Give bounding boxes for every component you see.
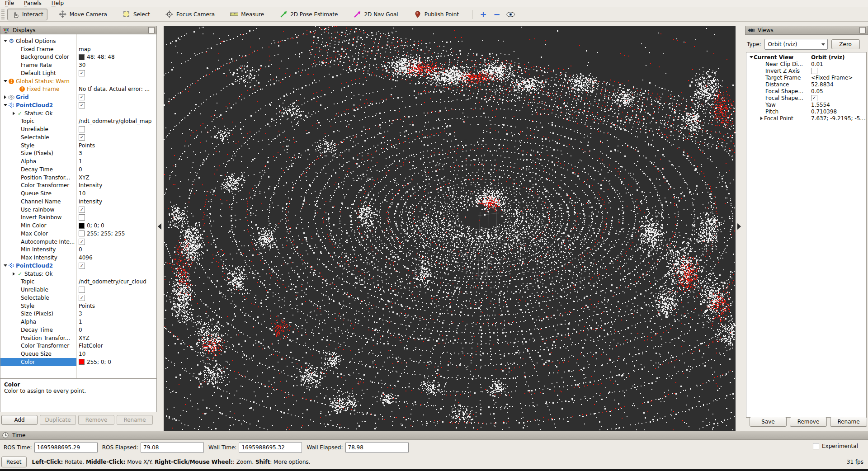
- property-value[interactable]: 0: [76, 246, 156, 254]
- expander-open-icon[interactable]: [3, 104, 8, 106]
- tree-row-default-light[interactable]: Default Light✓: [0, 69, 156, 77]
- tree-row-color-transformer[interactable]: Color TransformerIntensity: [0, 182, 156, 190]
- zoom-out-icon[interactable]: −: [491, 9, 502, 20]
- tree-row-current-view[interactable]: Current ViewOrbit (rviz): [746, 54, 866, 61]
- tree-row-invert-z-axis[interactable]: Invert Z Axis: [746, 67, 866, 74]
- tree-row-distance[interactable]: Distance52.8834: [746, 81, 866, 88]
- zoom-in-icon[interactable]: +: [478, 9, 489, 20]
- property-value[interactable]: 0.05: [809, 88, 866, 94]
- checkbox-checked[interactable]: ✓: [79, 263, 85, 269]
- checkbox-checked[interactable]: ✓: [79, 70, 85, 76]
- tree-row-position-transfor-[interactable]: Position Transfor...XYZ: [0, 174, 156, 182]
- checkbox-checked[interactable]: ✓: [79, 239, 85, 245]
- tree-row-unreliable[interactable]: Unreliable: [0, 125, 156, 133]
- tree-row-focal-point[interactable]: Focal Point7.637; -9.2195; -5....: [746, 115, 866, 122]
- tool-2d-pose-estimate[interactable]: 2D Pose Estimate: [275, 9, 342, 20]
- expander-closed-icon[interactable]: [11, 112, 16, 115]
- checkbox-unchecked[interactable]: [79, 214, 85, 221]
- property-value[interactable]: 0.710398: [809, 108, 866, 115]
- tree-row-use-rainbow[interactable]: Use rainbow✓: [0, 206, 156, 214]
- displays-panel-float-button[interactable]: [148, 27, 155, 33]
- tree-row-min-intensity[interactable]: Min Intensity0: [0, 246, 156, 254]
- property-value[interactable]: 0: [76, 165, 156, 174]
- property-value[interactable]: [76, 125, 156, 133]
- toolbar-grip[interactable]: [1, 9, 5, 19]
- property-value[interactable]: 0: [76, 326, 156, 334]
- color-swatch[interactable]: [79, 359, 85, 365]
- property-value[interactable]: 30: [76, 61, 156, 69]
- tool-publish-point[interactable]: Publish Point: [410, 9, 463, 20]
- property-value[interactable]: 48; 48; 48: [76, 53, 156, 61]
- tree-row-global-options[interactable]: ⚙Global Options: [0, 37, 156, 45]
- property-value[interactable]: ✓: [76, 206, 156, 214]
- tree-row-selectable[interactable]: Selectable✓: [0, 294, 156, 302]
- tree-row-autocompute-inte-[interactable]: Autocompute Inte...✓: [0, 238, 156, 246]
- property-value[interactable]: ✓: [76, 69, 156, 77]
- tree-row-pointcloud2[interactable]: PointCloud2✓: [0, 101, 156, 109]
- tree-row-frame-rate[interactable]: Frame Rate30: [0, 61, 156, 69]
- menu-item-file[interactable]: File: [0, 0, 19, 7]
- checkbox-checked[interactable]: ✓: [79, 102, 85, 108]
- tree-row-size-pixels-[interactable]: Size (Pixels)3: [0, 310, 156, 318]
- expander-open-icon[interactable]: [3, 80, 8, 82]
- time-field-input[interactable]: 1695988695.32: [239, 442, 302, 453]
- expander-open-icon[interactable]: [3, 264, 8, 267]
- property-value[interactable]: [76, 270, 156, 278]
- experimental-checkbox[interactable]: [813, 443, 819, 449]
- property-value[interactable]: 1: [76, 157, 156, 165]
- tree-row-status-ok[interactable]: ✓Status: Ok: [0, 270, 156, 278]
- tree-row-grid[interactable]: Grid✓: [0, 93, 156, 101]
- checkbox-unchecked[interactable]: [811, 68, 817, 74]
- time-field-input[interactable]: 1695988695.29: [34, 442, 98, 453]
- property-value[interactable]: Points: [76, 302, 156, 310]
- checkbox-checked[interactable]: ✓: [79, 94, 85, 100]
- property-value[interactable]: /ndt_odometry/global_map: [76, 118, 156, 126]
- tree-row-fixed-frame[interactable]: !Fixed FrameNo tf data. Actual error: ..…: [0, 85, 156, 94]
- property-value[interactable]: [809, 67, 866, 74]
- tool-interact[interactable]: Interact: [7, 9, 47, 20]
- property-value[interactable]: ✓: [76, 262, 156, 270]
- expander-closed-icon[interactable]: [11, 272, 16, 276]
- menu-item-help[interactable]: Help: [47, 0, 69, 7]
- tree-row-channel-name[interactable]: Channel Nameintensity: [0, 198, 156, 206]
- pointcloud-canvas[interactable]: [164, 26, 736, 431]
- checkbox-unchecked[interactable]: [79, 287, 85, 293]
- property-value[interactable]: Orbit (rviz): [809, 54, 866, 61]
- property-value[interactable]: ✓: [76, 294, 156, 302]
- property-value[interactable]: XYZ: [76, 174, 156, 182]
- tree-row-background-color[interactable]: Background Color48; 48; 48: [0, 53, 156, 61]
- property-value[interactable]: ✓: [76, 93, 156, 101]
- remove-button[interactable]: Remove: [790, 417, 827, 427]
- property-value[interactable]: 1.5554: [809, 101, 866, 108]
- property-value[interactable]: [76, 214, 156, 222]
- view-type-dropdown[interactable]: Orbit (rviz): [764, 39, 828, 50]
- property-value[interactable]: XYZ: [76, 334, 156, 342]
- property-value[interactable]: map: [76, 45, 156, 53]
- property-value[interactable]: 4096: [76, 254, 156, 262]
- tree-row-fixed-frame[interactable]: Fixed Framemap: [0, 45, 156, 53]
- time-field-input[interactable]: 78.98: [345, 442, 409, 453]
- checkbox-checked[interactable]: ✓: [811, 95, 817, 101]
- property-value[interactable]: Intensity: [76, 182, 156, 190]
- tree-row-position-transfor-[interactable]: Position Transfor...XYZ: [0, 334, 156, 342]
- add-button[interactable]: Add: [1, 415, 38, 425]
- tree-row-size-pixels-[interactable]: Size (Pixels)3: [0, 150, 156, 158]
- checkbox-unchecked[interactable]: [79, 126, 85, 132]
- reset-button[interactable]: Reset: [1, 457, 27, 467]
- property-value[interactable]: [76, 37, 156, 45]
- tree-row-decay-time[interactable]: Decay Time0: [0, 165, 156, 174]
- tree-row-style[interactable]: StylePoints: [0, 302, 156, 310]
- tree-row-target-frame[interactable]: Target Frame<Fixed Frame>: [746, 74, 866, 81]
- tree-row-color-transformer[interactable]: Color TransformerFlatColor: [0, 342, 156, 350]
- tree-row-decay-time[interactable]: Decay Time0: [0, 326, 156, 334]
- property-value[interactable]: 3: [76, 310, 156, 318]
- tree-row-selectable[interactable]: Selectable✓: [0, 133, 156, 141]
- color-swatch[interactable]: [79, 54, 85, 60]
- property-value[interactable]: [76, 286, 156, 294]
- color-swatch[interactable]: [79, 223, 85, 229]
- property-value[interactable]: FlatColor: [76, 342, 156, 350]
- tree-row-alpha[interactable]: Alpha1: [0, 157, 156, 165]
- tool-measure[interactable]: Measure: [226, 9, 268, 20]
- property-value[interactable]: ✓: [76, 101, 156, 109]
- render-viewport[interactable]: [164, 26, 736, 431]
